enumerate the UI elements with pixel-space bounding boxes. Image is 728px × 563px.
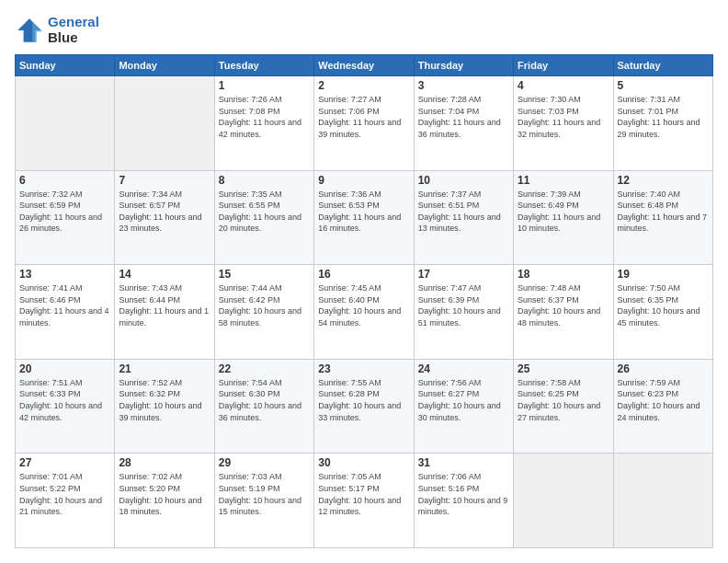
day-info: Sunrise: 7:45 AM Sunset: 6:40 PM Dayligh… <box>318 282 409 328</box>
day-number: 13 <box>19 268 110 281</box>
calendar-week-4: 20Sunrise: 7:51 AM Sunset: 6:33 PM Dayli… <box>16 359 713 454</box>
calendar-cell: 20Sunrise: 7:51 AM Sunset: 6:33 PM Dayli… <box>16 359 115 454</box>
calendar-cell: 24Sunrise: 7:56 AM Sunset: 6:27 PM Dayli… <box>414 359 513 454</box>
day-number: 2 <box>318 79 409 92</box>
day-number: 22 <box>219 362 310 375</box>
calendar-cell: 31Sunrise: 7:06 AM Sunset: 5:16 PM Dayli… <box>414 454 513 548</box>
calendar-cell: 2Sunrise: 7:27 AM Sunset: 7:06 PM Daylig… <box>314 76 414 171</box>
day-info: Sunrise: 7:32 AM Sunset: 6:59 PM Dayligh… <box>19 189 110 235</box>
day-number: 18 <box>518 268 609 281</box>
calendar-cell: 23Sunrise: 7:55 AM Sunset: 6:28 PM Dayli… <box>314 359 414 454</box>
day-number: 5 <box>618 79 709 92</box>
day-info: Sunrise: 7:02 AM Sunset: 5:20 PM Dayligh… <box>119 471 210 517</box>
day-info: Sunrise: 7:52 AM Sunset: 6:32 PM Dayligh… <box>119 377 210 423</box>
day-info: Sunrise: 7:03 AM Sunset: 5:19 PM Dayligh… <box>219 471 310 517</box>
weekday-header-friday: Friday <box>514 55 613 76</box>
weekday-header-sunday: Sunday <box>16 55 115 76</box>
calendar-cell: 27Sunrise: 7:01 AM Sunset: 5:22 PM Dayli… <box>16 454 115 548</box>
day-number: 8 <box>219 174 310 187</box>
calendar-cell: 25Sunrise: 7:58 AM Sunset: 6:25 PM Dayli… <box>514 359 613 454</box>
day-number: 24 <box>418 362 509 375</box>
calendar-cell: 22Sunrise: 7:54 AM Sunset: 6:30 PM Dayli… <box>214 359 313 454</box>
weekday-header-wednesday: Wednesday <box>314 55 414 76</box>
logo-text: General Blue <box>48 15 99 45</box>
day-info: Sunrise: 7:41 AM Sunset: 6:46 PM Dayligh… <box>19 282 110 328</box>
day-info: Sunrise: 7:34 AM Sunset: 6:57 PM Dayligh… <box>119 189 210 235</box>
calendar-cell: 26Sunrise: 7:59 AM Sunset: 6:23 PM Dayli… <box>613 359 712 454</box>
day-number: 12 <box>618 174 709 187</box>
weekday-header-thursday: Thursday <box>414 55 513 76</box>
day-number: 31 <box>418 456 509 469</box>
calendar-cell: 10Sunrise: 7:37 AM Sunset: 6:51 PM Dayli… <box>414 170 513 265</box>
day-info: Sunrise: 7:06 AM Sunset: 5:16 PM Dayligh… <box>418 471 509 517</box>
logo: General Blue <box>15 15 99 45</box>
day-info: Sunrise: 7:48 AM Sunset: 6:37 PM Dayligh… <box>518 282 609 328</box>
day-number: 17 <box>418 268 509 281</box>
calendar-cell <box>514 454 613 548</box>
day-info: Sunrise: 7:50 AM Sunset: 6:35 PM Dayligh… <box>618 282 709 328</box>
calendar-cell: 18Sunrise: 7:48 AM Sunset: 6:37 PM Dayli… <box>514 265 613 360</box>
calendar-cell: 19Sunrise: 7:50 AM Sunset: 6:35 PM Dayli… <box>613 265 712 360</box>
day-number: 9 <box>318 174 409 187</box>
weekday-header-monday: Monday <box>115 55 214 76</box>
weekday-header-saturday: Saturday <box>613 55 712 76</box>
header: General Blue <box>15 15 713 45</box>
day-info: Sunrise: 7:51 AM Sunset: 6:33 PM Dayligh… <box>19 377 110 423</box>
day-info: Sunrise: 7:30 AM Sunset: 7:03 PM Dayligh… <box>518 94 609 140</box>
day-number: 25 <box>518 362 609 375</box>
day-number: 23 <box>318 362 409 375</box>
day-number: 1 <box>219 79 310 92</box>
calendar-cell: 14Sunrise: 7:43 AM Sunset: 6:44 PM Dayli… <box>115 265 214 360</box>
calendar-cell: 16Sunrise: 7:45 AM Sunset: 6:40 PM Dayli… <box>314 265 414 360</box>
day-number: 30 <box>318 456 409 469</box>
calendar-cell: 3Sunrise: 7:28 AM Sunset: 7:04 PM Daylig… <box>414 76 513 171</box>
calendar-cell <box>16 76 115 171</box>
calendar-cell: 11Sunrise: 7:39 AM Sunset: 6:49 PM Dayli… <box>514 170 613 265</box>
day-info: Sunrise: 7:54 AM Sunset: 6:30 PM Dayligh… <box>219 377 310 423</box>
day-info: Sunrise: 7:36 AM Sunset: 6:53 PM Dayligh… <box>318 189 409 235</box>
weekday-header-tuesday: Tuesday <box>214 55 313 76</box>
day-info: Sunrise: 7:40 AM Sunset: 6:48 PM Dayligh… <box>618 189 709 235</box>
calendar-cell: 21Sunrise: 7:52 AM Sunset: 6:32 PM Dayli… <box>115 359 214 454</box>
calendar-week-1: 1Sunrise: 7:26 AM Sunset: 7:08 PM Daylig… <box>16 76 713 171</box>
day-number: 26 <box>618 362 709 375</box>
calendar-cell: 8Sunrise: 7:35 AM Sunset: 6:55 PM Daylig… <box>214 170 313 265</box>
day-info: Sunrise: 7:31 AM Sunset: 7:01 PM Dayligh… <box>618 94 709 140</box>
day-info: Sunrise: 7:58 AM Sunset: 6:25 PM Dayligh… <box>518 377 609 423</box>
day-info: Sunrise: 7:26 AM Sunset: 7:08 PM Dayligh… <box>219 94 310 140</box>
day-number: 29 <box>219 456 310 469</box>
calendar-cell: 6Sunrise: 7:32 AM Sunset: 6:59 PM Daylig… <box>16 170 115 265</box>
day-info: Sunrise: 7:01 AM Sunset: 5:22 PM Dayligh… <box>19 471 110 517</box>
calendar-week-5: 27Sunrise: 7:01 AM Sunset: 5:22 PM Dayli… <box>16 454 713 548</box>
day-info: Sunrise: 7:43 AM Sunset: 6:44 PM Dayligh… <box>119 282 210 328</box>
day-number: 7 <box>119 174 210 187</box>
calendar-header-row: SundayMondayTuesdayWednesdayThursdayFrid… <box>16 55 713 76</box>
day-number: 20 <box>19 362 110 375</box>
calendar-cell: 30Sunrise: 7:05 AM Sunset: 5:17 PM Dayli… <box>314 454 414 548</box>
day-number: 3 <box>418 79 509 92</box>
calendar-cell: 9Sunrise: 7:36 AM Sunset: 6:53 PM Daylig… <box>314 170 414 265</box>
calendar-cell: 17Sunrise: 7:47 AM Sunset: 6:39 PM Dayli… <box>414 265 513 360</box>
page: General Blue SundayMondayTuesdayWednesda… <box>0 0 728 563</box>
day-info: Sunrise: 7:05 AM Sunset: 5:17 PM Dayligh… <box>318 471 409 517</box>
svg-marker-1 <box>32 21 42 41</box>
day-number: 10 <box>418 174 509 187</box>
calendar-cell: 1Sunrise: 7:26 AM Sunset: 7:08 PM Daylig… <box>214 76 313 171</box>
calendar-cell <box>115 76 214 171</box>
day-number: 16 <box>318 268 409 281</box>
logo-icon <box>15 16 44 45</box>
calendar-table: SundayMondayTuesdayWednesdayThursdayFrid… <box>15 54 713 548</box>
day-info: Sunrise: 7:56 AM Sunset: 6:27 PM Dayligh… <box>418 377 509 423</box>
calendar-cell: 12Sunrise: 7:40 AM Sunset: 6:48 PM Dayli… <box>613 170 712 265</box>
day-number: 19 <box>618 268 709 281</box>
day-number: 27 <box>19 456 110 469</box>
day-number: 28 <box>119 456 210 469</box>
calendar-cell: 4Sunrise: 7:30 AM Sunset: 7:03 PM Daylig… <box>514 76 613 171</box>
day-number: 11 <box>518 174 609 187</box>
calendar-cell: 13Sunrise: 7:41 AM Sunset: 6:46 PM Dayli… <box>16 265 115 360</box>
day-number: 14 <box>119 268 210 281</box>
day-info: Sunrise: 7:55 AM Sunset: 6:28 PM Dayligh… <box>318 377 409 423</box>
day-number: 6 <box>19 174 110 187</box>
day-info: Sunrise: 7:35 AM Sunset: 6:55 PM Dayligh… <box>219 189 310 235</box>
day-info: Sunrise: 7:44 AM Sunset: 6:42 PM Dayligh… <box>219 282 310 328</box>
